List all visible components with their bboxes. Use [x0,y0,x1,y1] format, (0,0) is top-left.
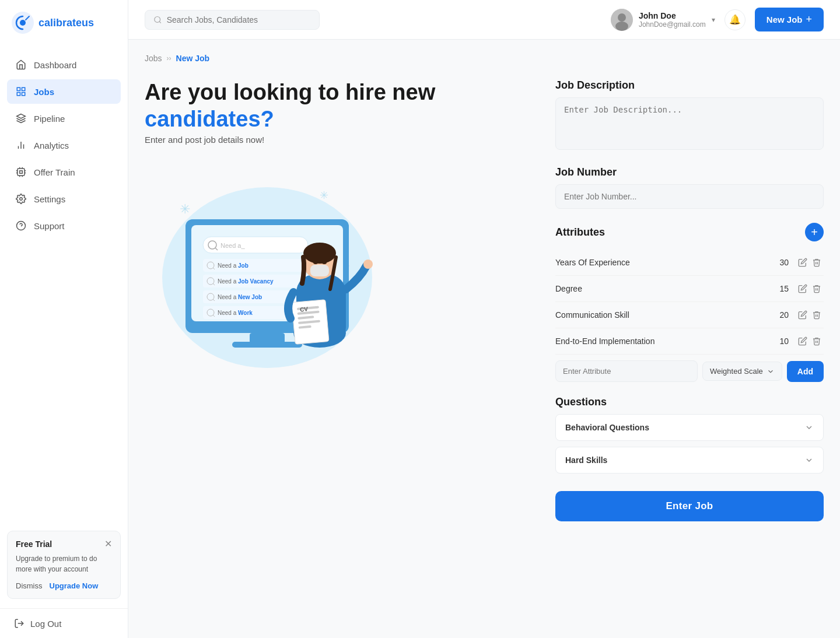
job-description-input[interactable] [555,97,824,150]
table-row: Communication Skill 20 [555,302,824,328]
add-attribute-row: Weighted Scale Add [555,360,824,382]
behavioral-questions-label: Behavioral Questions [565,423,649,432]
left-column: Are you looking to hire new candidates? … [145,79,537,371]
page-content: Jobs ›› New Job Are you looking to hire … [128,40,840,638]
hard-skills-accordion: Hard Skills [555,447,824,474]
free-trial-box: Free Trial ✕ Upgrade to premium to do mo… [7,531,121,599]
free-trial-description: Upgrade to premium to do more with your … [16,553,112,574]
attribute-name-3: End-to-End Implementation [555,336,775,346]
avatar [611,9,633,31]
weighted-scale-label: Weighted Scale [710,367,763,376]
search-box[interactable] [145,10,320,30]
hard-skills-label: Hard Skills [565,455,607,465]
sidebar-item-support[interactable]: Support [7,213,121,238]
svg-rect-36 [232,342,302,348]
attribute-score-1: 15 [775,284,789,293]
weighted-scale-select[interactable]: Weighted Scale [702,362,782,381]
job-description-label: Job Description [555,79,824,92]
header-right: John Doe JohnDoe@gmail.com ▾ 🔔 New Job + [611,8,824,31]
attribute-name-0: Years Of Experience [555,258,775,267]
svg-rect-37 [203,237,308,253]
layers-icon [15,113,27,124]
plus-icon: + [806,13,812,26]
job-description-section: Job Description [555,79,824,152]
user-dropdown-icon[interactable]: ▾ [712,16,715,24]
new-job-button[interactable]: New Job + [755,8,824,31]
edit-attribute-0-button[interactable] [796,255,810,269]
hard-skills-header[interactable]: Hard Skills [556,447,823,473]
right-column: Job Description Job Number Attributes + [555,79,824,521]
svg-text:CV: CV [300,306,309,313]
free-trial-close-button[interactable]: ✕ [104,539,112,549]
behavioral-questions-accordion: Behavioral Questions [555,414,824,441]
svg-point-70 [322,261,327,264]
enter-job-button[interactable]: Enter Job [555,491,824,521]
svg-point-24 [155,16,160,22]
attribute-score-2: 20 [775,310,789,320]
dismiss-button[interactable]: Dismiss [16,581,43,590]
chevron-down-icon [766,367,775,376]
svg-rect-68 [310,265,329,276]
attribute-name-2: Communication Skill [555,310,775,320]
attribute-rows: Years Of Experience 30 Degree 15 [555,250,824,355]
free-trial-title: Free Trial [16,539,52,549]
add-attribute-button[interactable]: Add [787,361,824,382]
sidebar-label-pipeline: Pipeline [34,114,65,124]
svg-text:✳: ✳ [320,190,328,201]
help-circle-icon [15,220,27,232]
svg-rect-4 [17,93,20,96]
svg-rect-11 [20,171,23,174]
attributes-header: Attributes + [555,223,824,241]
sidebar-label-dashboard: Dashboard [34,60,76,70]
edit-attribute-3-button[interactable] [796,334,810,348]
sidebar-item-offer-train[interactable]: Offer Train [7,160,121,184]
settings-icon [15,193,27,205]
sidebar-label-jobs: Jobs [34,87,54,97]
trash-icon [812,258,821,267]
svg-rect-2 [17,87,20,90]
behavioral-chevron-icon [804,423,814,432]
hard-skills-chevron-icon [804,455,814,465]
job-number-input[interactable] [555,184,824,209]
svg-rect-10 [18,169,24,176]
svg-point-71 [363,260,373,269]
sidebar-item-dashboard[interactable]: Dashboard [7,52,121,77]
breadcrumb-current: New Job [176,54,210,63]
svg-rect-5 [22,93,25,96]
user-name: John Doe [639,11,706,20]
sidebar: calibrateus Dashboard Jobs Pipeline Anal… [0,0,128,638]
sidebar-item-analytics[interactable]: Analytics [7,133,121,157]
edit-attribute-1-button[interactable] [796,282,810,296]
search-input[interactable] [167,15,311,24]
user-info[interactable]: John Doe JohnDoe@gmail.com ▾ [611,9,715,31]
delete-attribute-0-button[interactable] [810,255,824,269]
svg-text:Need a Work: Need a Work [218,310,253,316]
svg-text:✳: ✳ [180,202,190,216]
sidebar-item-pipeline[interactable]: Pipeline [7,106,121,131]
add-attribute-round-button[interactable]: + [805,223,824,241]
header: John Doe JohnDoe@gmail.com ▾ 🔔 New Job + [128,0,840,40]
sidebar-item-settings[interactable]: Settings [7,187,121,211]
behavioral-questions-header[interactable]: Behavioral Questions [556,415,823,440]
user-details: John Doe JohnDoe@gmail.com [639,11,706,29]
logout-button[interactable]: Log Out [0,608,128,638]
upgrade-now-button[interactable]: Upgrade Now [50,581,99,590]
hero-subtitle: Enter and post job details now! [145,135,537,145]
grid-icon [15,86,27,97]
hero-illustration: ✳ ✳ ✳ Need a_ [145,161,390,371]
logo-text: calibrateus [38,17,94,29]
breadcrumb: Jobs ›› New Job [145,54,824,63]
table-row: End-to-End Implementation 10 [555,328,824,355]
enter-attribute-input[interactable] [555,360,698,382]
edit-attribute-2-button[interactable] [796,308,810,322]
delete-attribute-3-button[interactable] [810,334,824,348]
delete-attribute-2-button[interactable] [810,308,824,322]
user-email: JohnDoe@gmail.com [639,20,706,29]
two-col-layout: Are you looking to hire new candidates? … [145,79,824,521]
breadcrumb-jobs[interactable]: Jobs [145,54,162,63]
hero-title: Are you looking to hire new candidates? [145,79,537,132]
notification-bell-icon[interactable]: 🔔 [724,9,746,30]
sidebar-item-jobs[interactable]: Jobs [7,79,121,104]
delete-attribute-1-button[interactable] [810,282,824,296]
questions-label: Questions [555,396,824,408]
